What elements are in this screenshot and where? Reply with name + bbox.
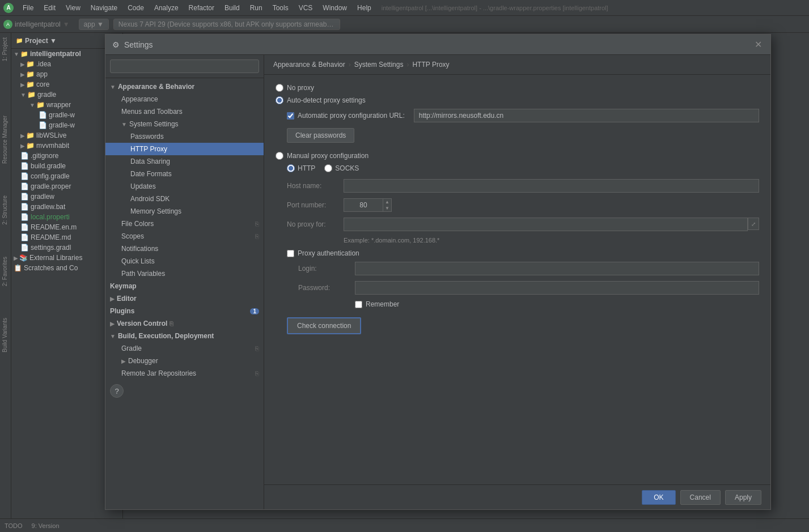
settings-item-gradle[interactable]: Gradle ⎘ [105, 342, 264, 355]
proxy-settings-content: No proxy Auto-detect proxy settings Auto… [264, 75, 770, 484]
no-proxy-hint: Example: *.domain.com, 192.168.* [344, 237, 759, 244]
section-keymap[interactable]: Keymap [105, 280, 264, 292]
settings-item-debugger[interactable]: ▶ Debugger [105, 355, 264, 367]
section-build[interactable]: ▼ Build, Execution, Deployment [105, 330, 264, 342]
menu-edit[interactable]: Edit [39, 3, 60, 13]
settings-item-system[interactable]: ▼ System Settings [105, 118, 264, 130]
apply-button[interactable]: Apply [725, 490, 761, 505]
menu-navigate[interactable]: Navigate [86, 3, 122, 13]
clear-passwords-button[interactable]: Clear passwords [287, 128, 354, 143]
side-tab-build[interactable]: Build Variants [0, 313, 11, 357]
settings-item-appearance[interactable]: Appearance [105, 93, 264, 105]
side-tab-resource[interactable]: Resource Manager [0, 111, 11, 168]
login-label: Login: [298, 265, 355, 273]
port-up-button[interactable]: ▲ [383, 199, 391, 205]
side-tab-structure[interactable]: 2: Structure [0, 191, 11, 229]
debugger-arrow: ▶ [121, 358, 126, 364]
no-proxy-for-input-group: ⤢ [344, 218, 759, 231]
side-tab-favorites[interactable]: 2: Favorites [0, 252, 11, 291]
manual-proxy-section: HTTP SOCKS Host name: Port [287, 164, 759, 334]
settings-item-quick-lists[interactable]: Quick Lists [105, 255, 264, 267]
proxy-auth-checkbox[interactable] [287, 250, 294, 257]
no-proxy-for-input[interactable] [344, 218, 748, 231]
settings-item-path-vars[interactable]: Path Variables [105, 267, 264, 280]
settings-item-scopes[interactable]: Scopes ⎘ [105, 230, 264, 242]
host-name-row: Host name: [287, 179, 759, 193]
device-dropdown[interactable]: Nexus 7 API 29 (Device supports x86, but… [113, 19, 340, 30]
auto-detect-radio[interactable] [276, 96, 283, 104]
section-appearance-behavior[interactable]: ▼ Appearance & Behavior [105, 80, 264, 93]
check-connection-button[interactable]: Check connection [287, 317, 361, 334]
menu-help[interactable]: Help [353, 3, 376, 13]
gradle-copy-icon: ⎘ [255, 345, 259, 352]
auto-url-label: Automatic proxy configuration URL: [298, 112, 405, 120]
port-number-input[interactable] [344, 198, 383, 212]
dialog-title-text: Settings [124, 40, 153, 49]
settings-icon: ⚙ [112, 40, 120, 49]
menu-build[interactable]: Build [220, 3, 244, 13]
copy-icon: ⎘ [255, 220, 259, 227]
version-tab[interactable]: 9: Version [32, 522, 60, 529]
breadcrumb-current: HTTP Proxy [412, 61, 449, 69]
port-down-button[interactable]: ▼ [383, 205, 391, 211]
cancel-button[interactable]: Cancel [680, 490, 721, 505]
expand-no-proxy-button[interactable]: ⤢ [748, 218, 759, 230]
auto-url-checkbox-row: Automatic proxy configuration URL: [287, 112, 405, 120]
todo-tab[interactable]: TODO [5, 522, 23, 529]
settings-item-menus[interactable]: Menus and Toolbars [105, 105, 264, 118]
menu-run[interactable]: Run [245, 3, 267, 13]
manual-proxy-radio[interactable] [276, 152, 283, 160]
settings-left-panel: ▼ Appearance & Behavior Appearance Menus… [105, 55, 264, 509]
remember-label: Remember [366, 300, 399, 308]
socks-label: SOCKS [335, 164, 359, 172]
section-plugins[interactable]: Plugins 1 [105, 305, 264, 317]
menu-vcs[interactable]: VCS [294, 3, 317, 13]
menu-window[interactable]: Window [318, 3, 351, 13]
settings-item-http-proxy[interactable]: HTTP Proxy [105, 143, 264, 155]
settings-search-input[interactable] [110, 59, 259, 73]
section-editor[interactable]: ▶ Editor [105, 292, 264, 305]
section-arrow: ▼ [110, 84, 116, 90]
settings-item-date-formats[interactable]: Date Formats [105, 168, 264, 180]
menu-view[interactable]: View [61, 3, 85, 13]
menu-code[interactable]: Code [123, 3, 149, 13]
settings-item-passwords[interactable]: Passwords [105, 130, 264, 143]
section-version-control[interactable]: ▶ Version Control ⎘ [105, 317, 264, 330]
side-tab-project[interactable]: 1: Project [0, 33, 11, 66]
root-label: intelligentpatrol [30, 50, 81, 58]
no-proxy-radio[interactable] [276, 84, 283, 92]
settings-item-remote-jar[interactable]: Remote Jar Repositories ⎘ [105, 367, 264, 380]
http-radio[interactable] [287, 164, 295, 172]
host-name-input[interactable] [344, 179, 759, 193]
password-input[interactable] [355, 281, 759, 295]
settings-item-file-colors[interactable]: File Colors ⎘ [105, 218, 264, 230]
no-proxy-for-label: No proxy for: [287, 220, 344, 228]
menu-analyze[interactable]: Analyze [150, 3, 183, 13]
settings-item-memory[interactable]: Memory Settings [105, 205, 264, 218]
auto-detect-section: Automatic proxy configuration URL: Clear… [287, 109, 759, 143]
menu-file[interactable]: File [18, 3, 38, 13]
remember-checkbox[interactable] [355, 301, 362, 308]
auto-proxy-url-input[interactable] [414, 109, 759, 122]
settings-item-notifications[interactable]: Notifications [105, 242, 264, 255]
proxy-auth-section: Proxy authentication Login: Password: [287, 249, 759, 308]
login-input[interactable] [355, 262, 759, 275]
check-connection-area: Check connection [287, 317, 759, 334]
menu-refactor[interactable]: Refactor [184, 3, 219, 13]
title-text: intelligentpatrol [...\intelligentpatrol… [382, 5, 608, 11]
ok-button[interactable]: OK [642, 490, 675, 505]
settings-item-android-sdk[interactable]: Android SDK [105, 193, 264, 205]
close-button[interactable]: ✕ [752, 39, 764, 50]
app-dropdown[interactable]: app ▼ [79, 19, 109, 30]
socks-radio[interactable] [324, 164, 332, 172]
settings-item-updates[interactable]: Updates [105, 180, 264, 193]
dialog-body: ▼ Appearance & Behavior Appearance Menus… [105, 55, 770, 509]
proxy-auth-checkbox-row: Proxy authentication [287, 249, 759, 257]
help-button[interactable]: ? [110, 384, 124, 398]
build-label: Build, Execution, Deployment [118, 332, 214, 340]
http-label: HTTP [298, 164, 315, 172]
settings-item-data-sharing[interactable]: Data Sharing [105, 155, 264, 168]
editor-arrow: ▶ [110, 296, 115, 302]
auto-url-checkbox[interactable] [287, 112, 294, 120]
menu-tools[interactable]: Tools [268, 3, 293, 13]
